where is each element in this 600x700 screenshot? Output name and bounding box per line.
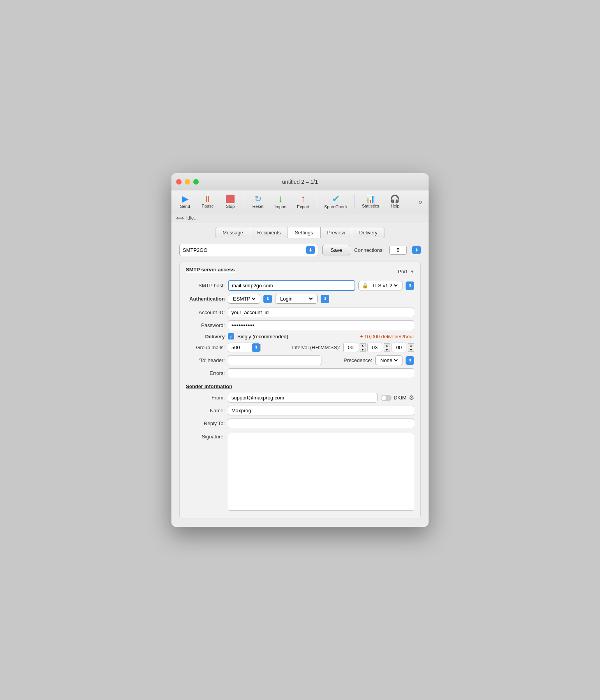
toolbar-reset-label: Reset (252, 204, 264, 209)
account-id-input[interactable] (228, 308, 414, 317)
maximize-button[interactable] (193, 179, 199, 185)
esmtp-stepper[interactable]: ⬍ (263, 295, 272, 303)
from-input[interactable] (228, 393, 378, 403)
reply-to-input[interactable] (228, 419, 414, 428)
interval-seconds-down[interactable]: ▼ (408, 348, 414, 352)
account-stepper[interactable]: ⬍ (306, 246, 315, 254)
esmtp-select[interactable]: ESMTP SMTP (231, 295, 257, 302)
login-stepper[interactable]: ⬍ (321, 295, 329, 303)
smtp-section-title: SMTP server access (186, 267, 235, 273)
statistics-icon: 📊 (365, 195, 375, 203)
singly-checkbox[interactable]: ✓ (228, 333, 234, 339)
toolbar-export-label: Export (297, 204, 309, 209)
tls-select[interactable]: TLS v1.2 TLS v1.3 SSL None (371, 282, 399, 289)
name-row: Name: (186, 406, 414, 415)
connections-stepper[interactable]: ⬍ (412, 246, 421, 254)
tab-settings[interactable]: Settings (288, 227, 321, 238)
connections-label: Connections: (354, 247, 384, 253)
dkim-toggle[interactable] (381, 395, 392, 401)
toolbar-export[interactable]: ↑ Export (293, 193, 314, 210)
toolbar-statistics-label: Statistics (362, 204, 379, 208)
smtp-host-row: SMTP host: 🔒 TLS v1.2 TLS v1.3 SSL None … (186, 280, 414, 291)
precedence-stepper[interactable]: ⬍ (406, 356, 414, 365)
precedence-label: Precedence: (344, 357, 372, 363)
smtp-host-input[interactable] (228, 280, 355, 291)
password-input[interactable] (228, 320, 414, 330)
save-button[interactable]: Save (322, 245, 350, 255)
status-text: Idle... (186, 215, 198, 221)
spamcheck-icon: ✔ (332, 194, 340, 204)
errors-label: Errors: (186, 370, 225, 376)
auth-label: Authentication (186, 296, 225, 302)
name-label: Name: (186, 408, 225, 413)
toolbar-help-label: Help (391, 204, 400, 208)
smtp-header-row: SMTP server access Port ▼ (186, 267, 414, 276)
toolbar-separator-1 (244, 194, 244, 209)
toolbar-help[interactable]: 🎧 Help (385, 193, 406, 210)
signature-label: Signature: (186, 431, 225, 440)
interval-hours[interactable] (343, 343, 358, 352)
interval-minutes-down[interactable]: ▼ (384, 348, 390, 352)
interval-minutes[interactable] (367, 343, 382, 352)
settings-panel: SMTP server access Port ▼ SMTP host: 🔒 T… (179, 262, 421, 519)
signature-textarea[interactable] (228, 433, 414, 511)
minimize-button[interactable] (185, 179, 190, 185)
interval-hours-stepper[interactable]: ▲ ▼ (360, 343, 366, 352)
toolbar-import-label: Import (274, 204, 286, 209)
delivery-row: Delivery ✓ Singly (recommended) ± 10,000… (186, 333, 414, 339)
help-icon: 🎧 (390, 195, 400, 203)
tls-select-wrapper: 🔒 TLS v1.2 TLS v1.3 SSL None (358, 281, 402, 290)
toolbar-stop[interactable]: Stop (220, 193, 241, 210)
toolbar-stop-label: Stop (226, 204, 235, 209)
interval-hours-up[interactable]: ▲ (360, 343, 366, 347)
titlebar: untitled 2 – 1/1 (171, 173, 429, 190)
tab-recipients[interactable]: Recipients (250, 227, 288, 238)
to-header-input[interactable] (228, 355, 321, 365)
group-mails-stepper[interactable]: ⬍ (252, 343, 260, 352)
tls-stepper[interactable]: ⬍ (406, 281, 414, 290)
gear-icon[interactable]: ⚙ (409, 394, 414, 401)
reply-to-row: Reply To: (186, 419, 414, 428)
password-label: Password: (186, 322, 225, 328)
settings-content: ⬍ Save Connections: ⬍ SMTP server access… (171, 238, 429, 527)
toolbar-import[interactable]: ↓ Import (270, 193, 291, 210)
toolbar-more-button[interactable]: » (415, 196, 425, 208)
port-label: Port (398, 269, 407, 274)
errors-input[interactable] (228, 368, 414, 378)
tab-preview[interactable]: Preview (320, 227, 353, 238)
precedence-select-wrapper: None Bulk List (375, 355, 402, 365)
interval-seconds-up[interactable]: ▲ (408, 343, 414, 347)
name-input[interactable] (228, 406, 414, 415)
group-mails-row: Group mails: ⬍ Interval (HH:MM:SS): ▲ ▼ … (186, 343, 414, 352)
toolbar-separator-3 (355, 194, 355, 209)
precedence-select[interactable]: None Bulk List (379, 357, 399, 364)
account-select-input[interactable] (183, 247, 306, 253)
toolbar-send[interactable]: ▶ Send (175, 193, 196, 210)
toolbar-spamcheck[interactable]: ✔ SpamCheck (320, 193, 351, 211)
interval-minutes-stepper[interactable]: ▲ ▼ (384, 343, 390, 352)
status-bar: ⟺ Idle... (171, 213, 429, 223)
interval-seconds-stepper[interactable]: ▲ ▼ (408, 343, 414, 352)
singly-label: Singly (recommended) (237, 334, 288, 339)
delivery-note: ± 10,000 deliveries/hour (360, 334, 414, 339)
toolbar-reset[interactable]: ↻ Reset (247, 193, 268, 210)
interval-minutes-up[interactable]: ▲ (384, 343, 390, 347)
interval-hours-down[interactable]: ▼ (360, 348, 366, 352)
toolbar: ▶ Send ⏸ Pause Stop ↻ Reset ↓ Import ↑ E… (171, 190, 429, 213)
group-mails-input[interactable] (228, 343, 252, 352)
close-button[interactable] (176, 179, 182, 185)
tab-delivery[interactable]: Delivery (352, 227, 385, 238)
interval-seconds[interactable] (392, 343, 406, 352)
lock-icon: 🔒 (362, 283, 368, 288)
toolbar-pause[interactable]: ⏸ Pause (197, 193, 218, 210)
connections-input[interactable] (389, 246, 407, 255)
login-select[interactable]: Login Plain CRAM-MD5 (279, 295, 314, 302)
auth-row: Authentication ESMTP SMTP ⬍ Login Plain … (186, 294, 414, 304)
toolbar-send-label: Send (180, 204, 190, 209)
toolbar-statistics[interactable]: 📊 Statistics (358, 193, 383, 210)
account-select-wrapper: ⬍ (179, 244, 318, 256)
stop-icon (226, 195, 235, 203)
tab-message[interactable]: Message (215, 227, 251, 238)
esmtp-select-wrapper: ESMTP SMTP (228, 294, 260, 304)
login-select-wrapper: Login Plain CRAM-MD5 (275, 294, 318, 304)
